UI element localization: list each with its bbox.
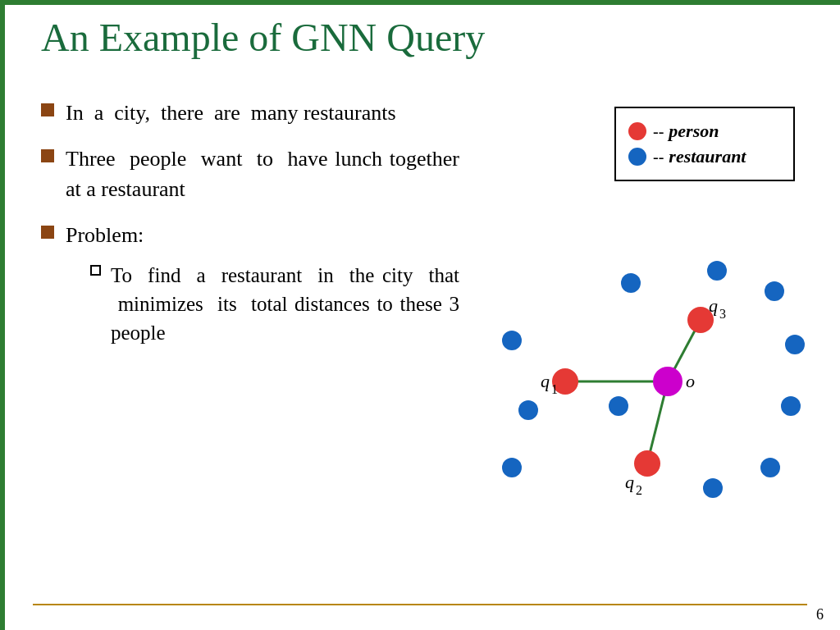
restaurant-dot [628,148,646,166]
left-border [0,0,5,630]
blue-dot-5 [760,458,780,477]
q1-label: q [541,371,550,391]
bullet-square-3 [41,226,54,239]
restaurant-label: restaurant [669,146,746,167]
slide: An Example of GNN Query In a city, there… [0,0,840,630]
top-border [0,0,840,5]
sub-bullet-text-1: To find a restaurant in the city that mi… [111,261,459,347]
blue-dot-3 [785,335,805,354]
graph-area: q 1 q 2 q 3 o [487,246,815,509]
legend-restaurant: -- restaurant [628,146,781,167]
blue-dot-4 [781,396,801,416]
q2-subscript: 2 [636,483,642,497]
restaurant-dash: -- [653,148,664,167]
slide-title: An Example of GNN Query [41,15,485,60]
content-area: In a city, there are many restaurants Th… [41,98,476,363]
bullet-item-2: Three people want to have lunch together… [41,144,476,204]
blue-dot-9 [502,458,522,477]
o-label: o [686,371,695,391]
blue-dot-2 [765,281,784,301]
graph-svg: q 1 q 2 q 3 o [487,246,815,509]
blue-dot-7 [502,331,522,350]
bullet-square-2 [41,149,54,162]
sub-bullet-square-1 [90,265,101,276]
bullet-item-1: In a city, there are many restaurants [41,98,476,128]
bottom-border [33,604,807,605]
person-label: person [669,121,719,142]
q3-subscript: 3 [719,307,726,321]
sub-bullet-1: To find a restaurant in the city that mi… [90,261,459,347]
legend-box: -- person -- restaurant [614,107,795,181]
legend-person: -- person [628,121,781,142]
person-dot [628,122,646,140]
bullet-text-3: Problem: [66,221,459,250]
page-number: 6 [816,606,824,623]
bullet-text-1: In a city, there are many restaurants [66,98,459,128]
blue-dot-1 [707,261,727,281]
blue-dot-10 [621,273,641,293]
blue-dot-6 [703,478,723,498]
q2-label: q [625,472,634,492]
blue-dot-8 [518,400,538,420]
person-dash: -- [653,122,664,141]
blue-dot-11 [609,396,628,416]
o-dot [653,367,682,396]
q3-label: q [709,295,718,316]
bullet-square-1 [41,103,54,116]
q1-subscript: 1 [551,382,558,396]
bullet-item-3: Problem: To find a restaurant in the cit… [41,221,476,346]
bullet-text-2: Three people want to have lunch together… [66,144,459,204]
q2-dot [634,450,660,477]
